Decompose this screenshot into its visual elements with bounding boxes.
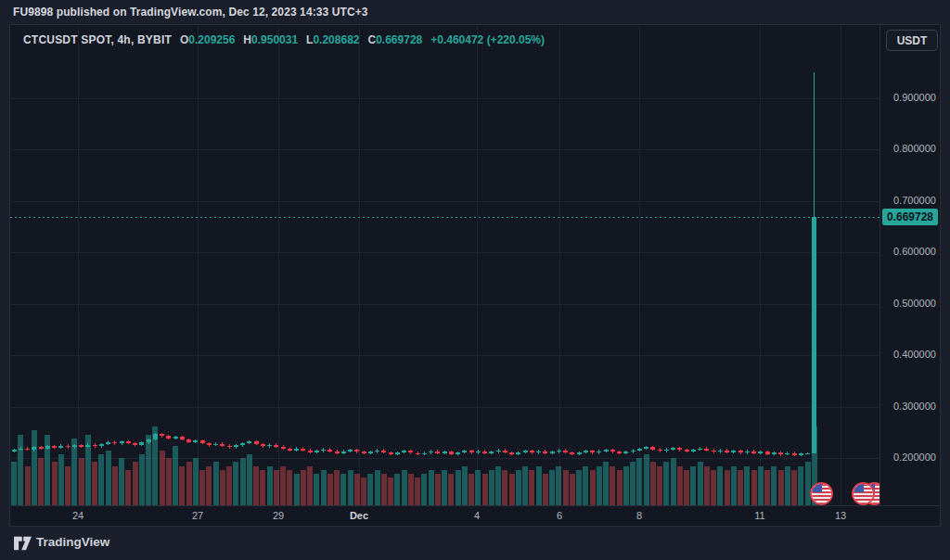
price-axis[interactable]: 0.669728 0.9000000.8000000.7000000.60000… xyxy=(879,25,940,505)
volume-bar xyxy=(590,470,596,505)
volume-bar xyxy=(58,454,64,505)
high-group: H0.950031 xyxy=(243,33,298,46)
candle-body xyxy=(106,442,110,444)
volume-bar xyxy=(394,474,400,505)
candle-body xyxy=(718,451,723,452)
candle-body xyxy=(200,440,205,443)
candle-body xyxy=(288,449,292,451)
volume-bar xyxy=(738,470,743,505)
gridline-horizontal xyxy=(10,304,879,305)
candle-body xyxy=(395,452,400,454)
candle-body xyxy=(207,443,212,445)
volume-bar xyxy=(785,466,790,506)
tradingview-snapshot: FU9898 published on TradingView.com, Dec… xyxy=(0,0,950,560)
time-axis-label: 11 xyxy=(754,510,764,521)
tradingview-logo-icon[interactable] xyxy=(13,536,32,551)
price-axis-label: 0.300000 xyxy=(893,401,936,412)
candle-body xyxy=(799,453,803,455)
candle-body xyxy=(685,450,689,452)
volume-bar xyxy=(442,470,447,505)
plot-area[interactable] xyxy=(10,25,879,505)
volume-bar xyxy=(408,474,414,505)
volume-bar xyxy=(321,470,327,505)
tradingview-brand[interactable]: TradingView xyxy=(36,535,109,549)
volume-bar xyxy=(193,458,199,505)
volume-bar xyxy=(25,466,31,506)
candle-body xyxy=(389,452,393,454)
candle-body xyxy=(112,442,117,444)
volume-bar xyxy=(717,466,723,506)
candle-body xyxy=(220,444,225,446)
legend: CTCUSDT SPOT, 4h, BYBIT O0.209256 H0.950… xyxy=(23,33,545,46)
us-flag-event-icon[interactable] xyxy=(810,482,833,505)
gridline-horizontal xyxy=(10,407,879,408)
symbol-title[interactable]: CTCUSDT SPOT, 4h, BYBIT xyxy=(23,33,172,46)
candle-body xyxy=(772,452,777,454)
gridline-horizontal xyxy=(10,252,879,253)
volume-bar xyxy=(314,474,319,505)
candle-body xyxy=(489,452,494,453)
volume-bar xyxy=(529,470,534,505)
open-label: O xyxy=(180,33,188,46)
candle-body xyxy=(39,447,44,449)
volume-bar xyxy=(448,474,454,505)
volume-bar xyxy=(617,470,623,505)
volume-bar xyxy=(758,466,764,506)
candle-body xyxy=(147,439,151,442)
candle-body xyxy=(637,449,642,451)
candle-body xyxy=(153,434,158,439)
volume-bar xyxy=(489,470,494,505)
candle-body xyxy=(590,451,595,452)
candle-body xyxy=(712,451,716,452)
volume-bar xyxy=(698,462,703,505)
volume-bar xyxy=(173,446,178,505)
volume-bar xyxy=(260,470,265,505)
currency-toggle-button[interactable]: USDT xyxy=(886,30,938,51)
candle-body xyxy=(449,452,454,453)
time-axis[interactable]: 242729Dec4681113 xyxy=(10,505,940,526)
candle-body xyxy=(557,451,561,452)
candle-body xyxy=(99,444,104,446)
volume-bar xyxy=(402,470,407,505)
volume-bar xyxy=(247,454,252,505)
price-axis-label: 0.800000 xyxy=(893,143,936,154)
volume-bar xyxy=(92,462,97,505)
volume-bar xyxy=(18,435,23,506)
volume-bar xyxy=(663,462,669,505)
candle-body xyxy=(704,449,709,451)
volume-bar xyxy=(583,466,588,506)
candle-body xyxy=(469,451,474,452)
candle-body xyxy=(731,451,736,452)
footer-bar: TradingView xyxy=(0,527,950,560)
candle-body xyxy=(72,445,77,447)
candle-body xyxy=(66,446,71,448)
candle-body xyxy=(274,445,278,447)
candle-body xyxy=(52,446,57,448)
candle-body xyxy=(644,447,648,449)
candle-body xyxy=(321,450,326,452)
volume-bar xyxy=(495,466,501,506)
candle-body xyxy=(193,440,198,442)
candle-body xyxy=(301,449,305,451)
candle-body xyxy=(186,439,191,442)
candle-body xyxy=(408,451,413,452)
volume-bar xyxy=(771,466,777,506)
candle-body xyxy=(758,452,763,453)
volume-bar xyxy=(623,466,629,506)
candle-body xyxy=(45,446,50,449)
candle-body xyxy=(623,452,628,453)
volume-bar xyxy=(725,470,730,505)
candle-body xyxy=(348,450,353,452)
gridline-vertical xyxy=(639,25,640,505)
candle-body xyxy=(85,445,90,447)
attribution-text: FU9898 published on TradingView.com, Dec… xyxy=(13,6,368,19)
candle-body xyxy=(482,452,487,453)
candle-body xyxy=(160,434,164,436)
candle-body xyxy=(751,452,756,453)
candle-body xyxy=(523,451,528,452)
volume-bar xyxy=(354,474,360,505)
us-flag-event-icon[interactable] xyxy=(852,482,875,505)
candle-body xyxy=(584,451,588,452)
candle-body xyxy=(362,452,366,453)
candle-body xyxy=(435,452,440,453)
